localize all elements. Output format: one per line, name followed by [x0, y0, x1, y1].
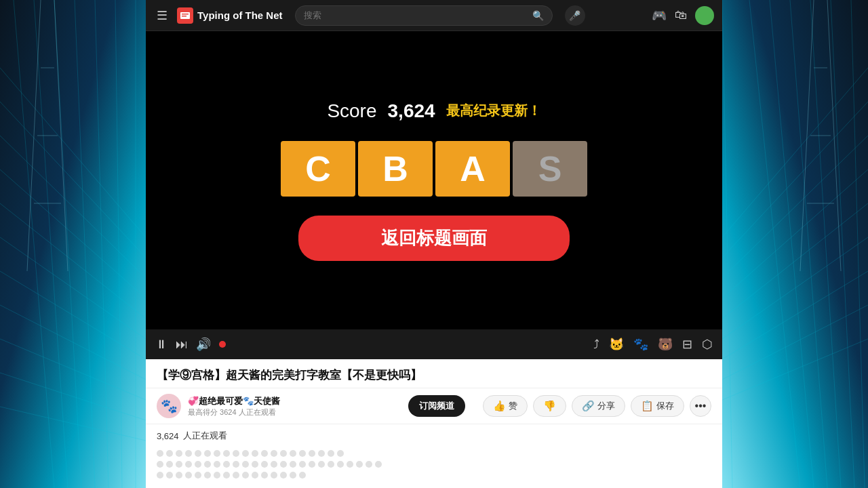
score-value: 3,624	[388, 100, 435, 122]
header-right: 🎮 🛍	[652, 6, 714, 25]
dot	[157, 472, 163, 479]
logo-icon	[177, 7, 193, 24]
settings-icon[interactable]: ⊟	[682, 337, 692, 352]
dot	[233, 461, 239, 468]
dot	[176, 472, 182, 479]
subscribe-button[interactable]: 订阅频道	[408, 395, 465, 417]
dot	[195, 450, 201, 457]
share-label: 分享	[597, 400, 615, 412]
bg-right	[722, 0, 868, 488]
dot	[299, 461, 306, 468]
dot	[195, 472, 201, 479]
dot	[204, 461, 211, 468]
search-bar: 🔍	[295, 5, 553, 26]
dot	[366, 461, 372, 468]
channel-name: 💞超绝最可爱🐾天使酱	[188, 395, 401, 407]
below-video: 【学⑨宫格】超天酱的完美打字教室【不是更快吗】 🐾 💞超绝最可爱🐾天使酱 最高得…	[146, 359, 722, 488]
dislike-button[interactable]: 👎	[533, 395, 566, 417]
logo-area: Typing of The Net	[177, 7, 283, 24]
header: ☰ Typing of The Net 🔍 🎤 🎮 🛍	[146, 0, 722, 31]
mic-button[interactable]: 🎤	[565, 5, 585, 26]
pip-icon[interactable]: 🐱	[609, 337, 624, 352]
svg-rect-24	[722, 0, 868, 488]
game-overlay: Score 3,624 最高纪录更新！ C B A S 返回标题画面	[281, 100, 587, 261]
dot	[204, 450, 211, 457]
dot	[261, 450, 268, 457]
comment-dot-row-1	[157, 450, 711, 457]
search-icon[interactable]: 🔍	[532, 10, 544, 21]
volume-button[interactable]: 🔊	[196, 337, 211, 352]
dot	[214, 450, 220, 457]
dot	[290, 450, 296, 457]
dot	[280, 472, 287, 479]
dot	[337, 461, 344, 468]
logo-text: Typing of The Net	[197, 9, 283, 21]
dot	[185, 450, 192, 457]
game-icon[interactable]: 🎮	[652, 8, 667, 23]
score-label: Score	[327, 100, 376, 122]
dislike-icon: 👎	[543, 400, 556, 412]
dot	[299, 472, 306, 479]
dot	[252, 450, 258, 457]
action-buttons: 👍 赞 👎 🔗 分享 📋 保存 •••	[483, 395, 711, 417]
dot	[233, 450, 239, 457]
dot	[328, 461, 334, 468]
share-icon-2: 🔗	[582, 400, 595, 412]
dot	[252, 472, 258, 479]
bear-icon[interactable]: 🐻	[658, 337, 673, 352]
dot	[271, 472, 277, 479]
dot	[157, 450, 163, 457]
share-icon[interactable]: ⤴	[593, 338, 599, 352]
comment-section	[146, 445, 722, 488]
return-button[interactable]: 返回标题画面	[298, 216, 570, 261]
like-button[interactable]: 👍 赞	[483, 395, 528, 417]
fullscreen-icon[interactable]: ⬡	[702, 337, 713, 352]
share-button[interactable]: 🔗 分享	[572, 395, 625, 417]
dot	[290, 472, 296, 479]
next-button[interactable]: ⏭	[176, 338, 188, 352]
channel-avatar[interactable]: 🐾	[157, 394, 181, 418]
dot	[280, 461, 287, 468]
dot	[185, 461, 192, 468]
gift-icon[interactable]: 🛍	[675, 8, 687, 22]
dot	[290, 461, 296, 468]
grade-tiles: C B A S	[281, 141, 587, 197]
avatar[interactable]	[695, 6, 714, 25]
hamburger-icon[interactable]: ☰	[154, 5, 170, 26]
dot	[356, 461, 363, 468]
video-controls: ⏸ ⏭ 🔊 ⤴ 🐱 🐾 🐻 ⊟ ⬡	[146, 329, 722, 359]
ctrl-right-icons: ⤴ 🐱 🐾 🐻 ⊟ ⬡	[593, 337, 713, 352]
bg-left	[0, 0, 146, 488]
dot	[328, 450, 334, 457]
dot	[233, 472, 239, 479]
dot	[214, 472, 220, 479]
dot	[242, 461, 249, 468]
dot	[318, 450, 325, 457]
video-title: 【学⑨宫格】超天酱的完美打字教室【不是更快吗】	[157, 367, 711, 384]
dot	[195, 461, 201, 468]
dot	[242, 450, 249, 457]
pause-button[interactable]: ⏸	[155, 338, 167, 352]
dot	[309, 461, 315, 468]
dot	[157, 461, 163, 468]
save-label: 保存	[656, 400, 674, 412]
svg-rect-48	[182, 16, 186, 17]
comment-dot-row-2	[157, 461, 711, 468]
search-input[interactable]	[304, 10, 527, 20]
save-button[interactable]: 📋 保存	[631, 395, 684, 417]
dot	[223, 461, 230, 468]
dot	[176, 461, 182, 468]
stats-row: 3,624 人正在观看	[146, 424, 722, 445]
dot	[252, 461, 258, 468]
like-label: 赞	[509, 400, 517, 412]
dot	[176, 450, 182, 457]
dot	[166, 472, 173, 479]
more-button[interactable]: •••	[690, 395, 711, 417]
heart-icon[interactable]: 🐾	[633, 337, 648, 352]
comment-dot-row-3	[157, 472, 711, 479]
dot	[204, 472, 211, 479]
channel-row: 🐾 💞超绝最可爱🐾天使酱 最高得分 3624 人正在观看 订阅频道 👍 赞 👎 …	[146, 388, 722, 424]
dot	[214, 461, 220, 468]
dot	[337, 450, 344, 457]
mic-icon: 🎤	[569, 10, 580, 21]
